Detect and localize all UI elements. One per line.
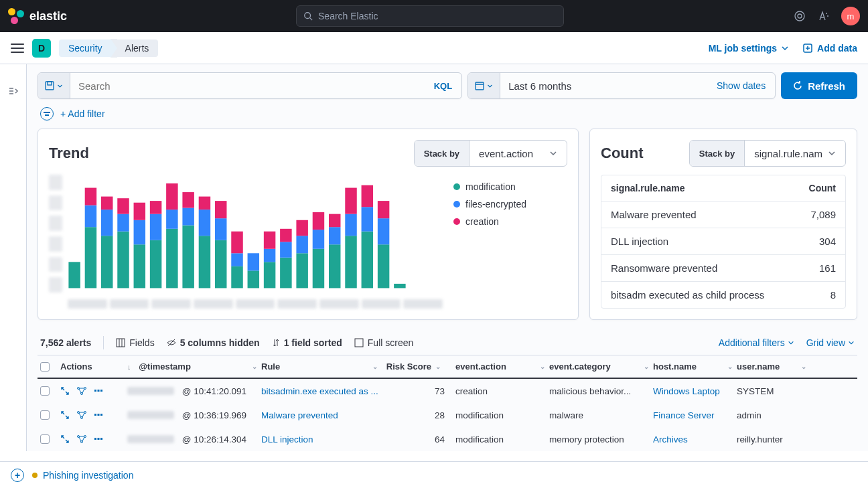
rule-count: 161 [819, 262, 836, 274]
stackby-label: Stack by [415, 141, 469, 166]
row-checkbox[interactable] [40, 410, 50, 420]
count-row[interactable]: Malware prevented7,089 [601, 201, 845, 228]
col-event-category[interactable]: event.category⌄ [549, 361, 653, 372]
date-picker[interactable]: Last 6 months Show dates [467, 72, 776, 99]
host-link[interactable]: Windows Laptop [653, 386, 720, 396]
additional-filters-button[interactable]: Additional filters [719, 337, 794, 348]
rule-name: DLL injection [611, 236, 668, 247]
user-avatar[interactable]: m [841, 7, 860, 25]
event-category: memory protection [549, 434, 653, 444]
host-link[interactable]: Archives [653, 434, 688, 444]
newsfeed-icon[interactable] [793, 9, 806, 23]
col-host[interactable]: host.name⌄ [653, 361, 737, 372]
sort-button[interactable]: 1 field sorted [272, 337, 342, 348]
svg-rect-91 [98, 390, 100, 392]
kql-search-input[interactable] [70, 73, 425, 98]
stackby-value[interactable]: event.action [469, 141, 567, 166]
add-filter-button[interactable]: + Add filter [60, 108, 105, 119]
ml-job-settings-button[interactable]: ML job settings [709, 43, 789, 54]
svg-rect-20 [101, 210, 113, 236]
space-selector[interactable]: D [32, 39, 51, 58]
col-actions: Actions [60, 361, 127, 372]
query-input-group: KQL [38, 72, 462, 99]
elastic-logo[interactable]: elastic [8, 8, 67, 24]
expand-icon[interactable] [8, 86, 19, 96]
count-panel: Count Stack by signal.rule.nam signal.ru… [589, 129, 857, 320]
chevron-down-icon [487, 83, 493, 89]
expand-icon[interactable] [60, 410, 70, 420]
analyze-icon[interactable] [76, 434, 87, 444]
svg-rect-68 [362, 207, 373, 231]
row-checkbox[interactable] [40, 434, 50, 444]
stackby-value[interactable]: signal.rule.nam [745, 141, 845, 166]
brand-text: elastic [29, 9, 67, 23]
count-stackby[interactable]: Stack by signal.rule.nam [689, 140, 846, 167]
count-row[interactable]: Ransomware prevented161 [601, 255, 845, 282]
filter-options-icon[interactable] [40, 107, 54, 120]
rule-link[interactable]: DLL injection [261, 434, 313, 444]
col-event-action[interactable]: event.action⌄ [455, 361, 549, 372]
count-row[interactable]: DLL injection304 [601, 228, 845, 255]
svg-rect-16 [85, 227, 96, 288]
timeline-flyout-rail [0, 64, 27, 451]
global-header: elastic Search Elastic m [0, 0, 868, 32]
svg-point-0 [305, 13, 311, 19]
breadcrumb-app[interactable]: Security [59, 39, 111, 57]
alerts-grid: Actions ↓ @timestamp⌄ Rule⌄ Risk Score⌄ … [38, 355, 857, 451]
count-title: Count [601, 145, 644, 162]
analyze-icon[interactable] [76, 386, 87, 396]
select-all-checkbox[interactable] [40, 362, 50, 372]
svg-rect-23 [117, 214, 129, 232]
count-row[interactable]: bitsadm executed as child process8 [601, 282, 845, 308]
svg-rect-17 [85, 206, 96, 228]
svg-rect-21 [101, 197, 113, 210]
user-name: reilly.hunter [737, 434, 810, 444]
kql-toggle[interactable]: KQL [425, 73, 461, 98]
nav-toggle-icon[interactable] [11, 44, 24, 53]
trend-stackby[interactable]: Stack by event.action [414, 140, 567, 167]
analyze-icon[interactable] [76, 410, 87, 420]
col-timestamp[interactable]: ↓ @timestamp⌄ [127, 361, 261, 372]
count-header-name: signal.rule.name [611, 183, 684, 193]
eye-off-icon [167, 338, 176, 347]
svg-rect-13 [68, 262, 80, 288]
refresh-button[interactable]: Refresh [781, 72, 857, 99]
expand-icon[interactable] [60, 386, 70, 396]
svg-rect-92 [100, 390, 102, 392]
fullscreen-button[interactable]: Full screen [354, 337, 413, 348]
fields-button[interactable]: Fields [116, 337, 154, 348]
row-checkbox[interactable] [40, 386, 50, 396]
legend-item[interactable]: modification [453, 181, 567, 192]
col-rule[interactable]: Rule⌄ [261, 361, 382, 372]
help-icon[interactable] [817, 9, 830, 23]
event-action: modification [455, 410, 549, 420]
date-picker-button[interactable] [468, 73, 500, 98]
add-data-button[interactable]: Add data [802, 43, 857, 54]
breadcrumb: Security Alerts [59, 39, 158, 58]
more-icon[interactable] [94, 434, 103, 444]
rule-link[interactable]: bitsadmin.exe executed as ... [261, 386, 378, 396]
grid-view-button[interactable]: Grid view [806, 337, 855, 348]
svg-rect-42 [215, 201, 226, 218]
risk-score: 28 [382, 410, 455, 420]
saved-query-button[interactable] [38, 73, 70, 98]
columns-hidden-button[interactable]: 5 columns hidden [167, 337, 260, 348]
global-search[interactable]: Search Elastic [296, 5, 564, 27]
svg-rect-86 [355, 339, 363, 347]
host-link[interactable]: Finance Server [653, 410, 715, 420]
svg-rect-33 [166, 183, 177, 210]
col-risk[interactable]: Risk Score⌄ [382, 361, 455, 372]
sort-icon [272, 338, 280, 347]
expand-icon[interactable] [60, 434, 70, 444]
rule-link[interactable]: Malware prevented [261, 410, 338, 420]
legend-item[interactable]: files-encrypted [453, 199, 567, 210]
svg-rect-46 [248, 270, 259, 288]
svg-rect-25 [134, 244, 145, 288]
more-icon[interactable] [94, 410, 103, 420]
col-user[interactable]: user.name⌄ [737, 361, 810, 372]
svg-point-2 [795, 11, 804, 21]
legend-item[interactable]: creation [453, 216, 567, 227]
show-dates-button[interactable]: Show dates [707, 73, 775, 98]
more-icon[interactable] [94, 386, 103, 396]
svg-rect-56 [296, 236, 307, 253]
